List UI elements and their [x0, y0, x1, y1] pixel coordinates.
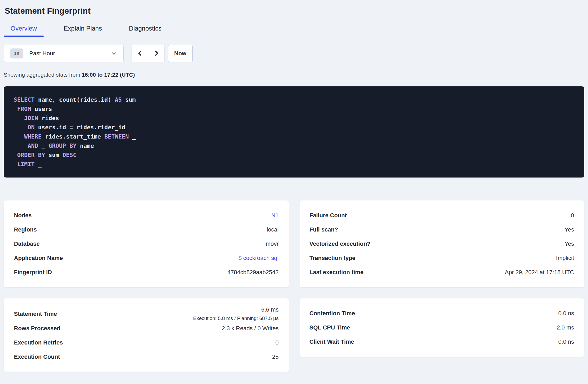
row-subtext: Execution: 5.8 ms / Planning: 687.5 µs: [193, 316, 279, 321]
summary-cards: NodesN1RegionslocalDatabasemovrApplicati…: [4, 200, 584, 372]
row-label: Full scan?: [310, 226, 338, 233]
row-label: Application Name: [14, 255, 63, 262]
row-value: 0: [571, 212, 574, 219]
card-row: SQL CPU Time2.0 ms: [310, 321, 574, 335]
row-value: local: [267, 226, 278, 233]
card-row: Execution Count25: [14, 350, 279, 364]
row-label: Statement Time: [14, 311, 57, 317]
row-label: Regions: [14, 226, 37, 233]
card-row: Regionslocal: [14, 223, 279, 237]
row-value: Apr 29, 2024 at 17:18 UTC: [505, 269, 574, 276]
sql-line: AND _ GROUP BY name: [14, 141, 576, 150]
card-row: Statement Time6.6 msExecution: 5.8 ms / …: [14, 306, 279, 321]
page-title: Statement Fingerprint: [5, 6, 584, 16]
row-label: Rows Processed: [14, 325, 60, 332]
card-row: Application Name$ cockroach sql: [14, 251, 279, 265]
row-label: Failure Count: [310, 212, 347, 219]
time-range-selector[interactable]: 1h Past Hour: [4, 45, 124, 62]
sql-line: ORDER BY sum DESC: [14, 150, 576, 160]
card-row: NodesN1: [14, 208, 279, 223]
row-value: 0.0 ns: [558, 338, 574, 345]
chevron-left-icon: [137, 49, 143, 58]
row-value: 0.0 ns: [558, 310, 574, 317]
statement-details-card: NodesN1RegionslocalDatabasemovrApplicati…: [4, 200, 289, 288]
card-row: Client Wait Time0.0 ns: [310, 335, 574, 349]
tab-explain-plans[interactable]: Explain Plans: [57, 25, 109, 37]
row-value: 2.0 ms: [557, 324, 574, 331]
time-range-badge: 1h: [10, 48, 23, 58]
row-value: Implicit: [556, 255, 574, 262]
execution-attributes-card: Failure Count0Full scan?YesVectorized ex…: [299, 200, 585, 288]
statement-stats-card: Statement Time6.6 msExecution: 5.8 ms / …: [4, 298, 289, 372]
tab-bar: OverviewExplain PlansDiagnostics: [4, 25, 584, 37]
row-label: Fingerprint ID: [14, 269, 52, 276]
row-value: Yes: [565, 240, 574, 247]
row-label: Execution Count: [14, 353, 60, 360]
row-value: Yes: [565, 226, 574, 233]
sql-line: JOIN rides: [14, 114, 576, 123]
sql-line: FROM users: [14, 104, 576, 114]
row-label: Vectorized execution?: [310, 240, 371, 247]
card-row: Fingerprint ID4784cb829aab2542: [14, 265, 279, 279]
time-step-buttons: [132, 45, 165, 62]
chevron-right-icon: [153, 49, 160, 58]
sql-line: ON users.id = rides.rider_id: [14, 123, 576, 132]
time-controls: 1h Past Hour Now: [4, 45, 584, 62]
row-value: movr: [266, 240, 279, 247]
card-row: Contention Time0.0 ns: [310, 306, 574, 321]
row-label: Last execution time: [310, 269, 363, 276]
row-label: Database: [14, 240, 40, 247]
aggregation-note-range: 16:00 to 17:22 (UTC): [82, 72, 135, 78]
row-label: Execution Retries: [14, 339, 63, 346]
aggregation-note-prefix: Showing aggregated stats from: [4, 72, 82, 78]
row-label: Transaction type: [310, 255, 356, 262]
row-value: 25: [272, 353, 278, 360]
sql-line: LIMIT _: [14, 160, 576, 169]
prev-time-button[interactable]: [132, 45, 148, 62]
sql-line: SELECT name, count(rides.id) AS sum: [14, 95, 576, 104]
row-value-link[interactable]: $ cockroach sql: [238, 255, 279, 262]
timing-stats-card: Contention Time0.0 nsSQL CPU Time2.0 msC…: [299, 298, 585, 357]
card-row: Databasemovr: [14, 237, 279, 251]
sql-statement-box: SELECT name, count(rides.id) AS sum FROM…: [4, 86, 584, 178]
row-label: Contention Time: [310, 310, 355, 317]
chevron-down-icon: [111, 50, 117, 57]
card-row: Rows Processed2.3 k Reads / 0 Writes: [14, 321, 279, 336]
card-row: Full scan?Yes: [310, 223, 574, 237]
tab-diagnostics[interactable]: Diagnostics: [122, 25, 168, 37]
row-value: 2.3 k Reads / 0 Writes: [222, 325, 278, 332]
row-value: 0: [275, 339, 278, 346]
card-row: Failure Count0: [310, 208, 574, 223]
row-label: Nodes: [14, 212, 32, 219]
card-row: Transaction typeImplicit: [310, 251, 574, 265]
row-label: Client Wait Time: [310, 338, 354, 345]
card-row: Vectorized execution?Yes: [310, 237, 574, 251]
aggregation-note: Showing aggregated stats from 16:00 to 1…: [4, 72, 584, 78]
row-value: 4784cb829aab2542: [227, 269, 279, 276]
card-row: Execution Retries0: [14, 336, 279, 350]
row-label: SQL CPU Time: [310, 324, 350, 331]
time-range-label: Past Hour: [29, 50, 55, 57]
tab-overview[interactable]: Overview: [4, 25, 44, 37]
card-row: Last execution timeApr 29, 2024 at 17:18…: [310, 265, 574, 279]
sql-line: WHERE rides.start_time BETWEEN _: [14, 132, 576, 141]
now-button[interactable]: Now: [168, 45, 193, 62]
row-value-link[interactable]: N1: [271, 212, 278, 219]
row-value: 6.6 ms: [261, 306, 278, 313]
next-time-button[interactable]: [148, 45, 165, 62]
